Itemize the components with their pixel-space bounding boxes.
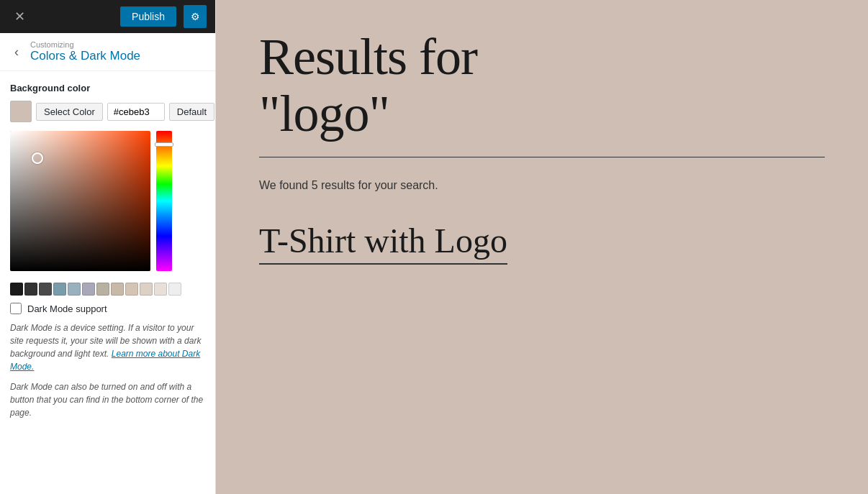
top-bar: ✕ Publish ⚙ <box>0 0 215 33</box>
dark-mode-description2: Dark Mode can also be turned on and off … <box>10 380 205 419</box>
dark-mode-section: Dark Mode support Dark Mode is a device … <box>10 303 205 419</box>
result-title: T-Shirt with Logo <box>259 221 507 265</box>
hue-handle <box>155 142 173 147</box>
back-button[interactable]: ‹ <box>10 43 23 61</box>
panel-content: Background color Select Color Default <box>0 71 215 494</box>
swatch[interactable] <box>68 283 81 296</box>
dark-mode-checkbox[interactable] <box>10 303 22 314</box>
background-color-label: Background color <box>10 83 205 93</box>
color-picker <box>10 131 205 271</box>
dark-mode-row: Dark Mode support <box>10 303 205 314</box>
swatch[interactable] <box>53 283 66 296</box>
search-heading-line1: Results for <box>259 29 825 86</box>
section-header-text: Customizing Colors & Dark Mode <box>30 40 140 63</box>
swatch[interactable] <box>96 283 109 296</box>
hue-slider[interactable] <box>156 131 172 271</box>
search-heading: Results for "logo" <box>259 29 825 142</box>
color-swatch[interactable] <box>10 101 32 122</box>
section-header: ‹ Customizing Colors & Dark Mode <box>0 33 215 71</box>
color-controls: Select Color Default <box>10 101 205 122</box>
swatch[interactable] <box>24 283 37 296</box>
publish-button[interactable]: Publish <box>120 6 176 27</box>
preview-area: Results for "logo" We found 5 results fo… <box>216 0 868 494</box>
swatch[interactable] <box>82 283 95 296</box>
swatches-row <box>10 283 205 296</box>
hex-input[interactable] <box>107 103 165 121</box>
section-title: Colors & Dark Mode <box>30 49 140 63</box>
select-color-button[interactable]: Select Color <box>36 103 103 121</box>
saturation-gradient[interactable] <box>10 131 150 271</box>
search-results-count: We found 5 results for your search. <box>259 179 825 192</box>
customizer-panel: ✕ Publish ⚙ ‹ Customizing Colors & Dark … <box>0 0 216 494</box>
section-title-highlight: Dark Mode <box>81 49 140 63</box>
section-title-plain: Colors & <box>30 49 81 63</box>
swatch[interactable] <box>154 283 167 296</box>
search-heading-line2: "logo" <box>259 86 825 142</box>
customizing-label: Customizing <box>30 40 140 49</box>
settings-button[interactable]: ⚙ <box>184 5 207 28</box>
dark-mode-label: Dark Mode support <box>27 303 107 314</box>
gear-icon: ⚙ <box>191 11 200 22</box>
swatch[interactable] <box>125 283 138 296</box>
swatch[interactable] <box>111 283 124 296</box>
swatch[interactable] <box>140 283 153 296</box>
swatch[interactable] <box>168 283 181 296</box>
swatch[interactable] <box>39 283 52 296</box>
default-button[interactable]: Default <box>169 103 214 121</box>
dark-mode-description1: Dark Mode is a device setting. If a visi… <box>10 321 205 373</box>
divider <box>259 157 825 157</box>
close-button[interactable]: ✕ <box>9 7 31 26</box>
swatch[interactable] <box>10 283 23 296</box>
picker-handle <box>32 152 43 164</box>
